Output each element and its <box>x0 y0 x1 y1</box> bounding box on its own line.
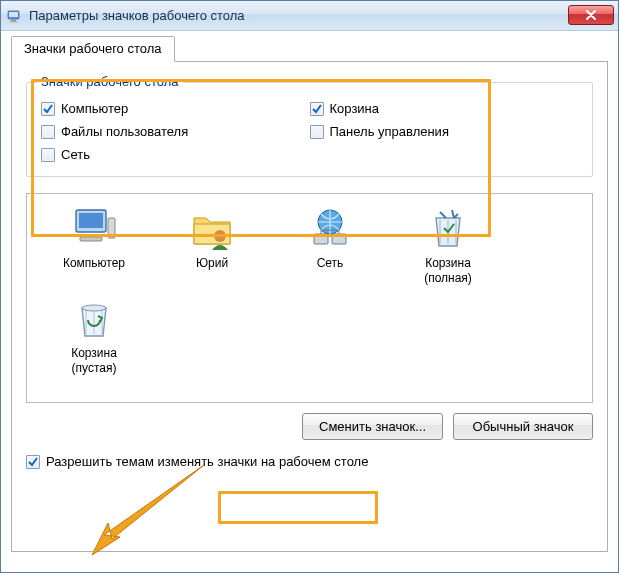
check-item[interactable]: Корзина <box>310 97 579 120</box>
allow-themes-label: Разрешить темам изменять значки на рабоч… <box>46 454 368 469</box>
check-item[interactable]: Файлы пользователя <box>41 120 310 143</box>
groupbox-legend: Значки рабочего стола <box>37 74 183 89</box>
check-label: Сеть <box>61 147 90 162</box>
checkbox[interactable] <box>41 125 55 139</box>
tab-label: Значки рабочего стола <box>24 41 162 56</box>
icon-label: Юрий <box>153 256 271 271</box>
check-label: Компьютер <box>61 101 128 116</box>
check-item[interactable]: Сеть <box>41 143 310 166</box>
change-icon-button[interactable]: Сменить значок... <box>302 413 443 440</box>
svg-point-9 <box>214 230 226 242</box>
allow-themes-checkbox-row[interactable]: Разрешить темам изменять значки на рабоч… <box>26 454 593 469</box>
checkbox[interactable] <box>41 102 55 116</box>
tab-content: Значки рабочего стола КомпьютерКорзинаФа… <box>11 62 608 552</box>
checkbox[interactable] <box>41 148 55 162</box>
window-title: Параметры значков рабочего стола <box>29 8 568 23</box>
check-item[interactable]: Компьютер <box>41 97 310 120</box>
icon-item[interactable]: Корзина(полная) <box>389 204 507 286</box>
groupbox-desktop-icons: Значки рабочего стола КомпьютерКорзинаФа… <box>26 82 593 177</box>
client-area: Значки рабочего стола Значки рабочего ст… <box>1 31 618 562</box>
icon-item[interactable]: Корзина(пустая) <box>35 294 153 376</box>
check-label: Корзина <box>330 101 380 116</box>
icon-item[interactable]: Юрий <box>153 204 271 286</box>
icon-item[interactable]: Компьютер <box>35 204 153 286</box>
checkbox[interactable] <box>310 125 324 139</box>
close-icon <box>585 10 597 20</box>
icon-list[interactable]: КомпьютерЮрийСетьКорзина(полная)Корзина(… <box>26 193 593 403</box>
dialog-window: Параметры значков рабочего стола Значки … <box>0 0 619 573</box>
check-label: Файлы пользователя <box>61 124 188 139</box>
icon-label: Корзина(пустая) <box>35 346 153 376</box>
svg-rect-1 <box>9 12 18 17</box>
recycle-full-icon <box>424 204 472 252</box>
checkbox[interactable] <box>26 455 40 469</box>
svg-rect-2 <box>11 20 16 21</box>
icon-item[interactable]: Сеть <box>271 204 389 286</box>
svg-rect-11 <box>314 234 328 244</box>
svg-rect-5 <box>79 213 103 228</box>
check-label: Панель управления <box>330 124 449 139</box>
network-icon <box>306 204 354 252</box>
restore-icon-button[interactable]: Обычный значок <box>453 413 593 440</box>
button-label: Сменить значок... <box>319 419 426 434</box>
close-button[interactable] <box>568 5 614 25</box>
icon-label: Компьютер <box>35 256 153 271</box>
user-folder-icon <box>188 204 236 252</box>
button-label: Обычный значок <box>473 419 574 434</box>
icon-label: Корзина(полная) <box>389 256 507 286</box>
check-item[interactable]: Панель управления <box>310 120 579 143</box>
button-row: Сменить значок... Обычный значок <box>26 413 593 440</box>
computer-icon <box>70 204 118 252</box>
checkbox[interactable] <box>310 102 324 116</box>
svg-rect-7 <box>80 237 102 241</box>
svg-rect-12 <box>332 234 346 244</box>
svg-rect-8 <box>108 218 115 238</box>
svg-point-13 <box>82 305 106 311</box>
svg-rect-3 <box>10 21 18 22</box>
app-icon <box>7 8 23 24</box>
icon-label: Сеть <box>271 256 389 271</box>
tab-desktop-icons[interactable]: Значки рабочего стола <box>11 36 175 62</box>
tab-strip: Значки рабочего стола <box>11 36 608 62</box>
title-bar: Параметры значков рабочего стола <box>1 1 618 31</box>
recycle-empty-icon <box>70 294 118 342</box>
